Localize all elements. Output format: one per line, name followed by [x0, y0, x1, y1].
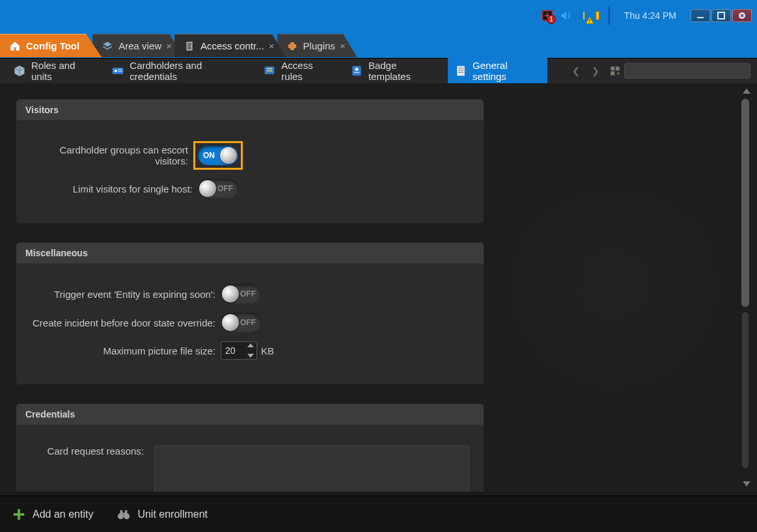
key-rules-icon [263, 64, 276, 77]
svg-rect-32 [123, 512, 126, 514]
section-label: Cardholders and credentials [130, 60, 247, 82]
highlight-frame: ON [193, 141, 243, 170]
create-incident-label: Create incident before door state overri… [25, 317, 221, 328]
tab-close-button[interactable]: × [269, 40, 275, 51]
svg-point-15 [266, 72, 268, 74]
alert-badge: 1 [547, 15, 556, 24]
window-maximize-button[interactable] [711, 9, 731, 22]
create-incident-toggle[interactable]: OFF [221, 313, 261, 332]
section-roles-and-units[interactable]: Roles and units [7, 57, 102, 85]
tab-label: Plugins [303, 40, 335, 51]
panel-credentials: Credentials Card request reasons: [16, 403, 484, 492]
card-request-reasons-label: Card request reasons: [25, 446, 149, 457]
section-label: Badge templates [368, 60, 439, 82]
nav-forward-button[interactable]: ❯ [589, 63, 602, 79]
svg-rect-30 [120, 510, 123, 514]
panel-header: Miscellaneous [16, 243, 484, 263]
section-toolbar: Roles and units Cardholders and credenti… [0, 58, 757, 84]
svg-rect-20 [458, 68, 463, 68]
toggle-state-text: ON [203, 151, 215, 160]
svg-point-9 [190, 46, 191, 47]
cube-icon [13, 64, 26, 77]
medic-alert-icon[interactable]: 1 [541, 9, 554, 22]
svg-rect-4 [697, 17, 704, 18]
toggle-state-text: OFF [240, 289, 256, 299]
content-area: Visitors Cardholder groups can escort vi… [0, 83, 739, 492]
section-general-settings[interactable]: General settings [448, 57, 547, 85]
escort-visitors-label: Cardholder groups can escort visitors: [25, 144, 193, 166]
spinner-down-button[interactable] [247, 354, 254, 358]
tab-config-tool[interactable]: Config Tool [0, 34, 102, 57]
svg-rect-31 [125, 510, 128, 514]
unit-enrollment-button[interactable]: Unit enrollment [117, 507, 208, 522]
scroll-up-button[interactable] [743, 88, 750, 94]
tab-label: Access contr... [200, 40, 264, 51]
shield-warning-icon[interactable] [577, 9, 590, 22]
svg-rect-18 [354, 72, 359, 73]
scroll-track [742, 312, 749, 468]
add-entity-button[interactable]: Add an entity [12, 507, 93, 522]
section-cardholders[interactable]: Cardholders and credentials [105, 57, 254, 85]
svg-rect-5 [718, 12, 724, 19]
toggle-state-text: OFF [240, 318, 256, 327]
door-icon [184, 40, 195, 52]
footer-label: Add an entity [33, 509, 93, 520]
tab-plugins[interactable]: Plugins × [277, 34, 357, 57]
tab-access-control[interactable]: Access contr... × [174, 34, 286, 57]
escort-visitors-toggle[interactable]: ON [198, 146, 238, 165]
layers-icon [102, 40, 113, 52]
window-minimize-button[interactable] [691, 9, 710, 22]
svg-rect-21 [458, 70, 463, 70]
plus-icon [12, 507, 26, 522]
svg-rect-22 [458, 72, 463, 73]
tab-label: Config Tool [26, 40, 79, 51]
badge-icon [350, 64, 363, 77]
panel-header: Visitors [16, 100, 484, 120]
panel-header: Credentials [16, 404, 484, 425]
svg-rect-24 [616, 66, 620, 70]
svg-point-17 [355, 68, 358, 71]
max-picture-size-label: Maximum picture file size: [25, 345, 221, 356]
max-picture-size-unit: KB [261, 345, 274, 356]
section-badge-templates[interactable]: Badge templates [344, 57, 445, 85]
limit-visitors-label: Limit visitors for single host: [25, 183, 198, 194]
vertical-scrollbar[interactable] [739, 83, 757, 492]
svg-rect-27 [14, 513, 25, 516]
svg-rect-2 [589, 19, 590, 21]
scroll-down-button[interactable] [743, 481, 750, 486]
footer-label: Unit enrollment [137, 509, 208, 520]
tab-close-button[interactable]: × [166, 40, 172, 51]
panel-visitors: Visitors Cardholder groups can escort vi… [16, 99, 484, 224]
scroll-thumb[interactable] [741, 99, 749, 307]
svg-rect-12 [118, 70, 122, 70]
clock-text: Thu 4:24 PM [616, 10, 684, 21]
nav-refresh-button[interactable] [609, 64, 622, 77]
card-request-reasons-input[interactable] [154, 446, 469, 492]
section-label: Roles and units [31, 60, 96, 82]
trigger-event-toggle[interactable]: OFF [221, 284, 261, 304]
limit-visitors-toggle[interactable]: OFF [198, 179, 238, 198]
toggle-state-text: OFF [217, 184, 233, 193]
svg-point-11 [115, 70, 117, 72]
svg-rect-25 [611, 72, 614, 75]
tab-close-button[interactable]: × [340, 40, 346, 51]
id-card-icon [111, 64, 124, 77]
section-access-rules[interactable]: Access rules [256, 57, 341, 85]
footer-bar: Add an entity Unit enrollment [0, 496, 757, 532]
section-label: General settings [473, 60, 541, 82]
svg-rect-3 [589, 22, 590, 23]
max-picture-size-input[interactable]: 20 [221, 341, 257, 360]
puzzle-icon [286, 40, 298, 52]
search-input[interactable] [624, 63, 750, 79]
svg-rect-23 [611, 66, 614, 70]
nav-back-button[interactable]: ❮ [570, 63, 583, 79]
tab-area-view[interactable]: Area view × [92, 34, 184, 57]
volume-icon[interactable] [559, 9, 572, 22]
tab-strip: Config Tool Area view × Access contr... … [0, 31, 757, 57]
window-close-button[interactable] [732, 9, 752, 22]
settings-sheet-icon [454, 64, 467, 77]
spinner-up-button[interactable] [247, 343, 254, 347]
tab-label: Area view [118, 40, 161, 51]
svg-rect-19 [457, 66, 465, 76]
titlebar: 1 Thu 4:24 PM [0, 0, 757, 31]
